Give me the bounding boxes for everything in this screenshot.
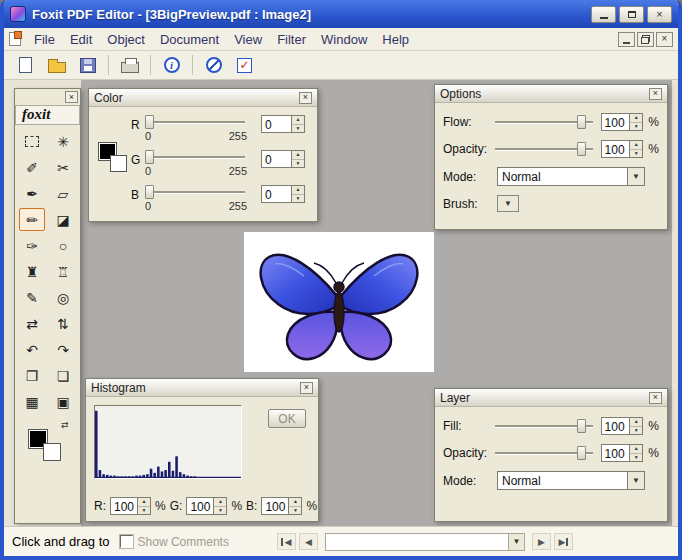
blend-mode-select[interactable]: Normal ▼: [497, 167, 645, 186]
color-palette-titlebar[interactable]: Color ×: [89, 89, 317, 107]
red-slider-track[interactable]: [145, 121, 245, 124]
histogram-green-spin-down[interactable]: ▼: [214, 506, 226, 515]
opacity-spin-up-button[interactable]: ▲: [630, 141, 642, 149]
histogram-green-input[interactable]: 100: [187, 498, 213, 514]
green-slider[interactable]: [145, 150, 245, 165]
mdi-close-button[interactable]: ×: [656, 32, 673, 47]
lasso-tool[interactable]: ✐: [19, 156, 45, 179]
zoom-tool[interactable]: ◎: [50, 286, 76, 309]
brush-picker-button[interactable]: ▼: [497, 195, 519, 212]
red-spin-up-button[interactable]: ▲: [292, 116, 304, 124]
menu-view[interactable]: View: [227, 30, 269, 49]
opacity-slider-handle[interactable]: [577, 142, 586, 156]
layer-opacity-value-input[interactable]: 100: [602, 445, 630, 461]
histogram-blue-spin-up[interactable]: ▲: [289, 498, 301, 506]
green-slider-handle[interactable]: [145, 150, 154, 164]
opacity-value-input[interactable]: 100: [602, 141, 630, 157]
layer-palette-close-button[interactable]: ×: [649, 392, 662, 404]
page-combobox[interactable]: ▼: [325, 533, 525, 551]
swap-colors-icon[interactable]: ⇄: [61, 420, 69, 430]
brush-tool[interactable]: ✏: [19, 208, 45, 231]
redo-tool[interactable]: ↷: [50, 338, 76, 361]
pen-tool[interactable]: ✒: [19, 182, 45, 205]
histogram-red-spin-down[interactable]: ▼: [138, 506, 150, 515]
magic-wand-tool[interactable]: ✳: [50, 130, 76, 153]
print-button[interactable]: [116, 53, 143, 78]
chevron-down-icon[interactable]: ▼: [627, 472, 644, 489]
polygon-lasso-tool[interactable]: ✂: [50, 156, 76, 179]
histogram-blue-spin-down[interactable]: ▼: [289, 506, 301, 515]
background-color-swatch[interactable]: [43, 443, 61, 461]
chevron-down-icon[interactable]: ▼: [627, 168, 644, 185]
check-button[interactable]: ✓: [231, 53, 258, 78]
layer-opacity-spin-up-button[interactable]: ▲: [630, 445, 642, 453]
eraser-tool[interactable]: ▱: [50, 182, 76, 205]
opacity-spin-down-button[interactable]: ▼: [630, 149, 642, 158]
histogram-palette-close-button[interactable]: ×: [300, 382, 313, 394]
save-button[interactable]: [74, 53, 101, 78]
flow-spin-up-button[interactable]: ▲: [630, 114, 642, 122]
flow-slider[interactable]: [495, 115, 592, 130]
info-button[interactable]: i: [158, 53, 185, 78]
histogram-green-spin-up[interactable]: ▲: [214, 498, 226, 506]
red-value-input[interactable]: 0: [262, 116, 291, 132]
options-palette-titlebar[interactable]: Options ×: [435, 85, 667, 103]
red-spin-down-button[interactable]: ▼: [292, 124, 304, 133]
show-comments-checkbox[interactable]: [120, 535, 133, 548]
green-value-input[interactable]: 0: [262, 151, 291, 167]
fill-spin-up-button[interactable]: ▲: [630, 418, 642, 426]
background-color-preview[interactable]: [110, 155, 127, 172]
close-button[interactable]: ×: [647, 6, 672, 23]
layer-mode-select[interactable]: Normal ▼: [497, 471, 645, 490]
flow-spin-down-button[interactable]: ▼: [630, 122, 642, 131]
fill-value-input[interactable]: 100: [602, 418, 630, 434]
menu-window[interactable]: Window: [314, 30, 374, 49]
maximize-button[interactable]: [619, 6, 644, 23]
green-spin-up-button[interactable]: ▲: [292, 151, 304, 159]
red-slider-handle[interactable]: [145, 115, 154, 129]
marquee-select-tool[interactable]: [19, 130, 45, 153]
flow-value-input[interactable]: 100: [602, 114, 630, 130]
menu-edit[interactable]: Edit: [63, 30, 99, 49]
mdi-restore-button[interactable]: [637, 32, 654, 47]
menu-file[interactable]: File: [27, 30, 62, 49]
histogram-red-input[interactable]: 100: [111, 498, 137, 514]
eyedropper-tool[interactable]: ✑: [19, 234, 45, 257]
minimize-button[interactable]: [591, 6, 616, 23]
new-button[interactable]: [12, 53, 39, 78]
blue-slider[interactable]: [145, 185, 245, 200]
mdi-minimize-button[interactable]: [618, 32, 635, 47]
flip-horizontal-tool[interactable]: ⇄: [19, 312, 45, 335]
opacity-slider[interactable]: [495, 142, 592, 157]
menu-help[interactable]: Help: [375, 30, 416, 49]
green-slider-track[interactable]: [145, 156, 245, 159]
layer-opacity-spin-down-button[interactable]: ▼: [630, 453, 642, 462]
layer-opacity-slider[interactable]: [495, 446, 592, 461]
open-button[interactable]: [43, 53, 70, 78]
menu-document[interactable]: Document: [153, 30, 226, 49]
save-image-tool[interactable]: ▣: [50, 390, 76, 413]
flip-vertical-tool[interactable]: ⇅: [50, 312, 76, 335]
stamp-tool[interactable]: ♜: [19, 260, 45, 283]
crop-tool[interactable]: ▦: [19, 390, 45, 413]
blue-spin-down-button[interactable]: ▼: [292, 194, 304, 203]
paste-tool[interactable]: ❏: [50, 364, 76, 387]
paint-bucket-tool[interactable]: ◪: [50, 208, 76, 231]
clone-stamp-tool[interactable]: ♖: [50, 260, 76, 283]
histogram-blue-input[interactable]: 100: [262, 498, 288, 514]
fill-slider[interactable]: [495, 419, 592, 434]
last-page-button[interactable]: ▶: [554, 533, 573, 550]
green-spin-down-button[interactable]: ▼: [292, 159, 304, 168]
blue-slider-handle[interactable]: [145, 185, 154, 199]
color-palette-close-button[interactable]: ×: [299, 92, 312, 104]
undo-tool[interactable]: ↶: [19, 338, 45, 361]
options-palette-close-button[interactable]: ×: [649, 88, 662, 100]
fill-spin-down-button[interactable]: ▼: [630, 426, 642, 435]
first-page-button[interactable]: ◀: [277, 533, 296, 550]
combobox-arrow-icon[interactable]: ▼: [508, 534, 524, 550]
titlebar[interactable]: Foxit PDF Editor - [3BigPreview.pdf : Im…: [4, 0, 678, 28]
blue-slider-track[interactable]: [145, 191, 245, 194]
layer-palette-titlebar[interactable]: Layer ×: [435, 389, 667, 407]
toolbox-close-button[interactable]: ×: [65, 91, 78, 103]
document-icon[interactable]: [9, 32, 21, 46]
